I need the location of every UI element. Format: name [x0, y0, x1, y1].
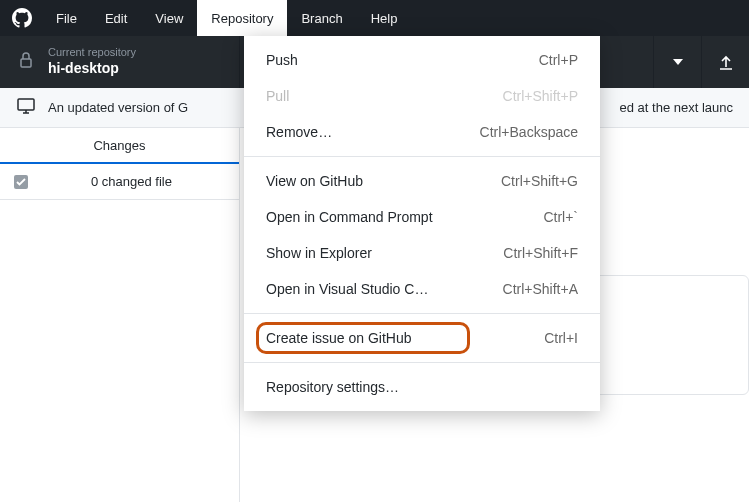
svg-rect-1 — [18, 99, 34, 110]
menu-file[interactable]: File — [42, 0, 91, 36]
repo-name: hi-desktop — [48, 60, 136, 78]
dropdown-item-shortcut: Ctrl+` — [543, 209, 578, 225]
changed-files-text: 0 changed file — [38, 174, 225, 189]
dropdown-item-repository-settings[interactable]: Repository settings… — [244, 369, 600, 405]
dropdown-item-label: Open in Visual Studio C… — [266, 281, 428, 297]
dropdown-item-shortcut: Ctrl+Shift+A — [503, 281, 578, 297]
dropdown-item-label: Open in Command Prompt — [266, 209, 433, 225]
select-all-checkbox[interactable] — [14, 175, 28, 189]
dropdown-item-shortcut: Ctrl+Shift+P — [503, 88, 578, 104]
desktop-icon — [16, 97, 36, 118]
dropdown-item-label: View on GitHub — [266, 173, 363, 189]
repository-dropdown: PushCtrl+PPullCtrl+Shift+PRemove…Ctrl+Ba… — [244, 36, 600, 411]
menu-view[interactable]: View — [141, 0, 197, 36]
dropdown-item-label: Create issue on GitHub — [266, 330, 412, 346]
menu-repository[interactable]: Repository — [197, 0, 287, 36]
changes-row: 0 changed file — [0, 164, 239, 200]
toolbar-push-button[interactable] — [701, 36, 749, 88]
toolbar-dropdown-button[interactable] — [653, 36, 701, 88]
notice-text-right: ed at the next launc — [620, 100, 733, 115]
dropdown-item-show-in-explorer[interactable]: Show in ExplorerCtrl+Shift+F — [244, 235, 600, 271]
check-icon — [16, 178, 26, 186]
tab-changes[interactable]: Changes — [0, 128, 239, 163]
dropdown-separator — [244, 313, 600, 314]
dropdown-item-label: Push — [266, 52, 298, 68]
dropdown-item-shortcut: Ctrl+I — [544, 330, 578, 346]
svg-rect-0 — [21, 59, 31, 67]
dropdown-item-pull: PullCtrl+Shift+P — [244, 78, 600, 114]
dropdown-item-open-in-command-prompt[interactable]: Open in Command PromptCtrl+` — [244, 199, 600, 235]
dropdown-item-label: Show in Explorer — [266, 245, 372, 261]
dropdown-separator — [244, 362, 600, 363]
menu-bar: File Edit View Repository Branch Help — [0, 0, 749, 36]
notice-text-left: An updated version of G — [48, 100, 188, 115]
repo-label: Current repository — [48, 46, 136, 60]
dropdown-item-label: Pull — [266, 88, 289, 104]
dropdown-item-open-in-visual-studio-c[interactable]: Open in Visual Studio C…Ctrl+Shift+A — [244, 271, 600, 307]
menu-help[interactable]: Help — [357, 0, 412, 36]
menu-branch[interactable]: Branch — [287, 0, 356, 36]
dropdown-item-create-issue-on-github[interactable]: Create issue on GitHubCtrl+I — [244, 320, 600, 356]
chevron-down-icon — [673, 59, 683, 65]
dropdown-item-shortcut: Ctrl+P — [539, 52, 578, 68]
sidebar: Changes 0 changed file — [0, 128, 240, 502]
github-logo-icon — [12, 8, 32, 28]
dropdown-item-shortcut: Ctrl+Backspace — [480, 124, 578, 140]
repo-text: Current repository hi-desktop — [48, 46, 136, 77]
upload-icon — [717, 53, 735, 71]
sidebar-tabs: Changes — [0, 128, 239, 164]
dropdown-item-remove[interactable]: Remove…Ctrl+Backspace — [244, 114, 600, 150]
dropdown-item-label: Repository settings… — [266, 379, 399, 395]
dropdown-item-shortcut: Ctrl+Shift+F — [503, 245, 578, 261]
menu-edit[interactable]: Edit — [91, 0, 141, 36]
repo-selector[interactable]: Current repository hi-desktop — [0, 36, 240, 88]
lock-icon — [18, 51, 34, 73]
dropdown-item-push[interactable]: PushCtrl+P — [244, 42, 600, 78]
dropdown-item-view-on-github[interactable]: View on GitHubCtrl+Shift+G — [244, 163, 600, 199]
dropdown-separator — [244, 156, 600, 157]
dropdown-item-label: Remove… — [266, 124, 332, 140]
dropdown-item-shortcut: Ctrl+Shift+G — [501, 173, 578, 189]
